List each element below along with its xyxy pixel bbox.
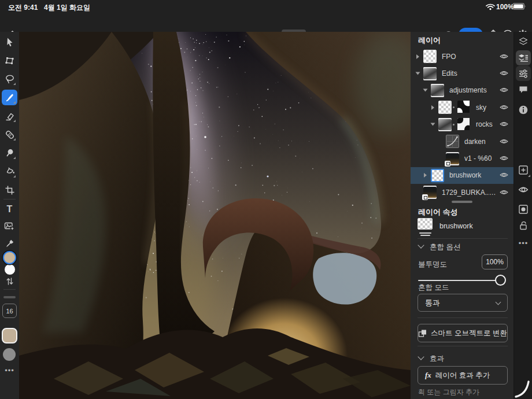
- add-layer-effect-button[interactable]: fx 레이어 효과 추가: [418, 366, 508, 385]
- effects-collapse-icon[interactable]: [418, 353, 424, 360]
- brush-size-field[interactable]: 16: [2, 304, 17, 318]
- dropdown-chevron-icon: [496, 299, 501, 305]
- fill-tool[interactable]: [2, 164, 17, 179]
- add-layer-button[interactable]: [516, 162, 531, 178]
- layer-visibility-eye-icon[interactable]: [500, 120, 509, 129]
- lock-layer-button[interactable]: [516, 218, 531, 233]
- opacity-value-field[interactable]: 100%: [482, 254, 508, 269]
- panel-resize-handle[interactable]: [452, 201, 472, 203]
- layers-detail-view-button[interactable]: [516, 50, 531, 65]
- layer-row[interactable]: darken: [411, 133, 513, 150]
- blend-options-collapse-icon[interactable]: [418, 242, 424, 248]
- layers-compact-view-button[interactable]: [516, 34, 531, 49]
- layers-panel: 레이어 FPOEditsadjustmentsskyrocksdarkenv1 …: [411, 32, 513, 399]
- layer-more-options-button[interactable]: •••: [516, 235, 531, 250]
- transform-tool[interactable]: [2, 53, 17, 68]
- tool-bar: T 16 •••: [0, 32, 19, 399]
- mask-link-dot: [453, 106, 455, 108]
- layer-visibility-eye-icon[interactable]: [500, 137, 509, 146]
- layer-visibility-eye-icon[interactable]: [500, 154, 509, 163]
- layer-row[interactable]: FPO: [411, 48, 513, 65]
- layer-name: v1 - %60: [464, 154, 496, 162]
- divider: [418, 346, 508, 346]
- layer-expand-arrow[interactable]: [431, 123, 435, 126]
- layer-mask-button[interactable]: [516, 202, 531, 217]
- canvas-artwork[interactable]: [19, 32, 411, 399]
- blend-options-header[interactable]: 혼합 옵션: [430, 242, 460, 252]
- layer-thumbnail: [431, 84, 444, 97]
- layer-name: Edits: [442, 69, 496, 77]
- brush-color-chip[interactable]: [2, 328, 17, 343]
- convert-smart-object-button[interactable]: 스마트 오브젝트로 변환: [418, 324, 508, 342]
- layer-visibility-eye-icon[interactable]: [500, 69, 509, 78]
- layer-row[interactable]: brushwork: [411, 167, 513, 184]
- smart-object-badge: [445, 161, 450, 167]
- layer-expand-arrow[interactable]: [423, 89, 428, 92]
- layer-expand-arrow[interactable]: [416, 54, 419, 59]
- toolbar-divider: [3, 289, 16, 290]
- layer-row[interactable]: 1729_BURKA...anced-NR33: [411, 184, 513, 201]
- starry-canyon-image: [19, 32, 411, 399]
- selected-layer-name: brushwork: [439, 222, 473, 230]
- taskbar: •••: [513, 32, 532, 399]
- layer-expand-arrow[interactable]: [416, 72, 420, 75]
- background-color-swatch[interactable]: [4, 264, 16, 275]
- wifi-icon: [486, 3, 495, 10]
- layer-visibility-eye-icon[interactable]: [500, 171, 509, 180]
- type-tool[interactable]: T: [2, 201, 17, 217]
- battery-percent: 100%: [496, 3, 514, 11]
- eraser-tool[interactable]: [2, 108, 17, 124]
- top-bars: 오전 9:41 4월 1일 화요일 100% Starry_Canyon * 3…: [0, 0, 532, 32]
- layer-row[interactable]: v1 - %60: [411, 150, 513, 167]
- layer-name: FPO: [442, 53, 496, 61]
- info-button[interactable]: [516, 102, 531, 117]
- curves-adjustment-thumbnail: [446, 135, 459, 148]
- foreground-color-swatch[interactable]: [3, 251, 16, 264]
- blend-mode-dropdown[interactable]: 통과: [418, 294, 508, 312]
- status-date: 4월 1일 화요일: [44, 3, 90, 13]
- layer-visibility-eye-icon[interactable]: [500, 188, 509, 197]
- comments-button[interactable]: [516, 82, 531, 97]
- opacity-slider[interactable]: [418, 280, 501, 281]
- options-drag-handle[interactable]: [3, 296, 16, 298]
- effects-header[interactable]: 효과: [430, 354, 444, 364]
- brush-tool[interactable]: [2, 90, 17, 105]
- layer-visibility-eye-icon[interactable]: [500, 52, 509, 61]
- layer-expand-arrow[interactable]: [431, 105, 434, 110]
- brush-opacity-chip[interactable]: [3, 348, 16, 361]
- layer-expand-arrow[interactable]: [424, 173, 427, 178]
- layer-thumbnail: [438, 101, 452, 114]
- app-header: Starry_Canyon * 37% 공유 ?: [0, 13, 532, 32]
- opacity-slider-knob[interactable]: [495, 275, 506, 286]
- crop-tool[interactable]: [2, 182, 17, 198]
- opacity-label: 불투명도: [418, 260, 447, 269]
- layer-name: adjustments: [449, 86, 496, 94]
- lasso-tool[interactable]: [2, 71, 17, 87]
- layer-visibility-button[interactable]: [516, 182, 531, 197]
- clone-stamp-tool[interactable]: [2, 145, 17, 161]
- layer-thumbnail: [423, 186, 437, 199]
- healing-brush-tool[interactable]: [2, 127, 17, 142]
- layer-visibility-eye-icon[interactable]: [500, 86, 509, 95]
- place-photo-tool[interactable]: [2, 218, 17, 234]
- layer-row[interactable]: rocks: [411, 116, 513, 133]
- layer-row[interactable]: Edits: [411, 65, 513, 82]
- eyedropper-tool[interactable]: [2, 235, 17, 251]
- status-bar: 오전 9:41 4월 1일 화요일 100%: [0, 0, 532, 13]
- smart-object-icon: [418, 329, 427, 338]
- layer-mask-thumbnail: [457, 101, 471, 114]
- adjustments-button[interactable]: [516, 66, 531, 81]
- layer-thumbnail: [431, 169, 444, 182]
- layer-name: sky: [476, 104, 496, 112]
- divider: [418, 238, 508, 239]
- layer-row[interactable]: sky: [411, 99, 513, 116]
- layer-name: 1729_BURKA...anced-NR33: [442, 189, 496, 197]
- layer-name: brushwork: [449, 171, 496, 179]
- swap-colors-button[interactable]: [2, 275, 17, 287]
- layer-visibility-eye-icon[interactable]: [500, 103, 509, 112]
- effect-hint-text: 획 또는 그림자 추가: [418, 387, 479, 397]
- move-tool[interactable]: [2, 34, 17, 50]
- tool-options-more-button[interactable]: •••: [0, 366, 19, 375]
- status-time: 오전 9:41: [8, 3, 38, 13]
- layer-row[interactable]: adjustments: [411, 82, 513, 99]
